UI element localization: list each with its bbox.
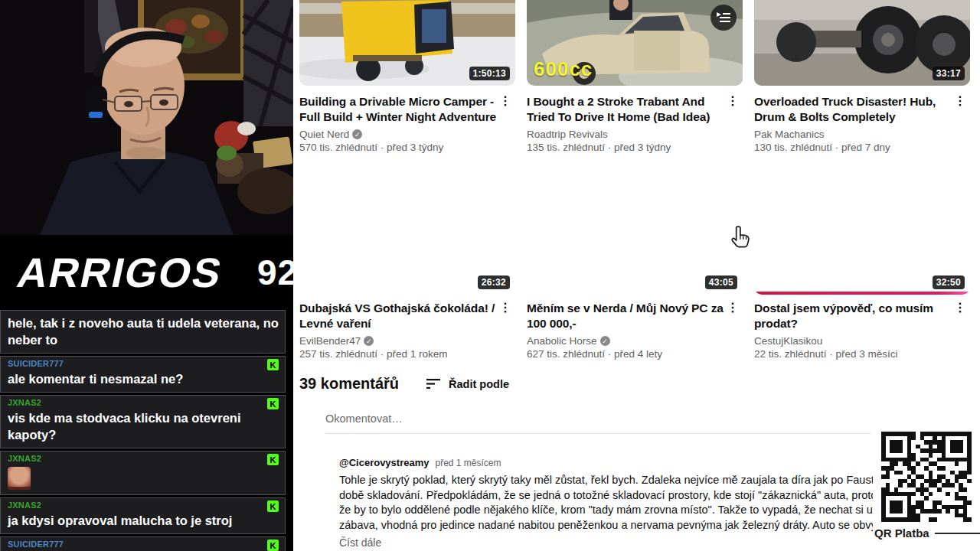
video-card: 33:17 Overloaded Truck Disaster! Hub, Dr… [754,0,970,153]
comment-author[interactable]: @Cicerovystreamy [339,457,429,468]
video-title[interactable]: Overloaded Truck Disaster! Hub, Drum & B… [754,94,952,125]
chat-message: JXNAS2 K vis kde ma stodvaca klicku na o… [0,395,286,448]
mouse-cursor-hand-icon [730,224,753,250]
chat-username: SUICIDER777 [8,359,64,368]
chat-message: JXNAS2 K [0,451,286,495]
channel-name: EvilBender47 [299,335,361,347]
video-menu-kebab-icon[interactable]: ⋮ [724,94,741,153]
verified-badge-icon: ✓ [364,336,374,346]
video-thumbnail[interactable]: 600cc [527,0,743,86]
stream-logo-number: 92 [257,252,298,293]
video-meta: 135 tis. zhlédnutí · před 3 týdny [527,142,724,153]
comment-input-wrap [325,412,871,434]
video-thumbnail[interactable]: 43:05 [527,174,743,295]
chat-message-text: vis kde ma stodvaca klicku na otevreni k… [8,409,279,443]
channel-name: CestujKlasikou [754,335,822,347]
webcam-video [0,0,293,235]
chat-message: SUICIDER777 K ja se ti divim Cici, ten c… [0,536,286,551]
comment-line: zábava, vhodná pro jedince nadané nabito… [339,518,875,533]
video-menu-kebab-icon[interactable]: ⋮ [497,94,514,153]
video-duration-badge: 1:50:13 [469,67,510,80]
chat-username: SUICIDER777 [8,540,64,549]
chat-message-text: ja kdysi opravoval malucha to je stroj [8,512,279,529]
video-duration-badge: 26:32 [478,276,510,289]
kick-badge-icon: K [267,454,279,465]
qr-label: QR Platba [874,527,929,540]
chat-username: JXNAS2 [8,454,41,463]
video-duration-badge: 43:05 [705,276,737,289]
video-card: 1:50:13 Building a Drivable Micro Camper… [299,0,515,153]
qr-code-image [881,432,972,522]
stream-logo-banner: ARRIGOS 92 [0,235,293,310]
stream-logo-text: ARRIGOS [13,249,227,296]
video-thumbnail[interactable]: 33:17 [754,0,970,86]
chat-overlay: hele, tak i z noveho auta ti udela veter… [0,310,293,551]
stream-overlay-panel: ARRIGOS 92 hele, tak i z noveho auta ti … [0,0,293,551]
video-card: 26:32 Dubajská VS Gothajská čokoláda! / … [299,174,515,360]
video-channel[interactable]: Anabolic Horse ✓ [527,335,724,347]
video-title[interactable]: Dubajská VS Gothajská čokoláda! / Levné … [299,301,497,331]
comment-line: době skladování. Předpokládám, že se jed… [339,488,875,504]
video-card: 43:05 Měním se v Nerda / Můj Nový PC za … [527,174,743,360]
video-menu-kebab-icon[interactable]: ⋮ [952,301,969,360]
chat-message: hele, tak i z noveho auta ti udela veter… [0,310,286,354]
video-card: 32:50 Dostal jsem výpověď, co musím prod… [754,174,970,360]
channel-name: Roadtrip Revivals [527,129,608,140]
comment-line: že by to bylo oddělené podle nějakého kl… [339,503,875,518]
video-title[interactable]: Měním se v Nerda / Můj Nový PC za 100 00… [527,301,724,331]
video-duration-badge: 32:50 [933,276,965,289]
comment-time[interactable]: před 1 měsícem [435,458,501,468]
comments-count: 39 komentářů [299,375,399,393]
video-meta: 257 tis. zhlédnutí · před 1 rokem [299,348,497,360]
qr-payment-panel: QR Platba [873,429,980,551]
verified-badge-icon: ✓ [352,129,362,139]
video-thumbnail[interactable]: 1:50:13 [299,0,515,86]
video-meta: 130 tis. zhlédnutí · před 7 dny [754,142,952,153]
video-card: 600cc I Bought a 2 Stroke Trabant And Tr… [527,0,743,153]
chat-message: JXNAS2 K ja kdysi opravoval malucha to j… [0,497,286,534]
comments-header: 39 komentářů Řadit podle [299,375,509,393]
verified-badge-icon: ✓ [600,336,610,346]
video-menu-kebab-icon[interactable]: ⋮ [724,301,741,360]
comment-input[interactable] [325,412,871,425]
watch-progress-bar [754,292,970,295]
video-channel[interactable]: Quiet Nerd ✓ [299,129,497,140]
kick-badge-icon: K [267,500,279,512]
video-channel[interactable]: Pak Machanics [754,129,952,140]
comment: @Cicerovystreamy před 1 měsícem Tohle je… [339,457,875,549]
chat-emote-image [8,467,31,490]
video-meta: 570 tis. zhlédnutí · před 3 týdny [299,142,497,153]
video-channel[interactable]: Roadtrip Revivals [527,129,724,140]
video-thumbnail[interactable]: 26:32 [299,174,515,295]
chat-username: JXNAS2 [8,398,41,407]
video-title[interactable]: I Bought a 2 Stroke Trabant And Tried To… [527,94,724,125]
video-channel[interactable]: EvilBender47 ✓ [299,335,497,347]
channel-name: Pak Machanics [754,129,825,140]
chat-username: JXNAS2 [8,500,41,510]
screen: ARRIGOS 92 hele, tak i z noveho auta ti … [0,0,980,551]
kick-badge-icon: K [267,398,279,409]
video-menu-kebab-icon[interactable]: ⋮ [952,94,969,153]
video-thumbnail[interactable]: 32:50 [754,174,970,295]
youtube-page: 1:50:13 Building a Drivable Micro Camper… [293,0,980,551]
channel-name: Anabolic Horse [527,335,597,347]
sort-button[interactable]: Řadit podle [426,378,509,390]
video-meta: 22 tis. zhlédnutí · před 3 měsíci [754,348,952,360]
video-title[interactable]: Building a Drivable Micro Camper - Full … [299,94,497,125]
chat-message: SUICIDER777 K ale komentar ti nesmazal n… [0,356,286,393]
add-to-queue-icon[interactable] [710,5,737,31]
kick-badge-icon: K [267,540,279,551]
sort-icon [426,378,441,390]
chat-message-text: ale komentar ti nesmazal ne? [8,370,279,387]
video-title[interactable]: Dostal jsem výpověď, co musím prodat? [754,301,952,331]
read-more-link[interactable]: Číst dále [339,536,875,549]
channel-name: Quiet Nerd [299,129,349,140]
qr-label-rule [935,533,980,534]
thumbnail-text-600cc: 600cc [534,57,593,81]
video-channel[interactable]: CestujKlasikou [754,335,952,347]
chat-message-text: hele, tak i z noveho auta ti udela veter… [8,315,279,348]
video-menu-kebab-icon[interactable]: ⋮ [497,301,514,360]
kick-badge-icon: K [267,359,279,370]
comment-text: Tohle je skrytý poklad, který skrytý tak… [339,473,875,533]
video-meta: 627 tis. zhlédnutí · před 4 lety [527,348,724,360]
